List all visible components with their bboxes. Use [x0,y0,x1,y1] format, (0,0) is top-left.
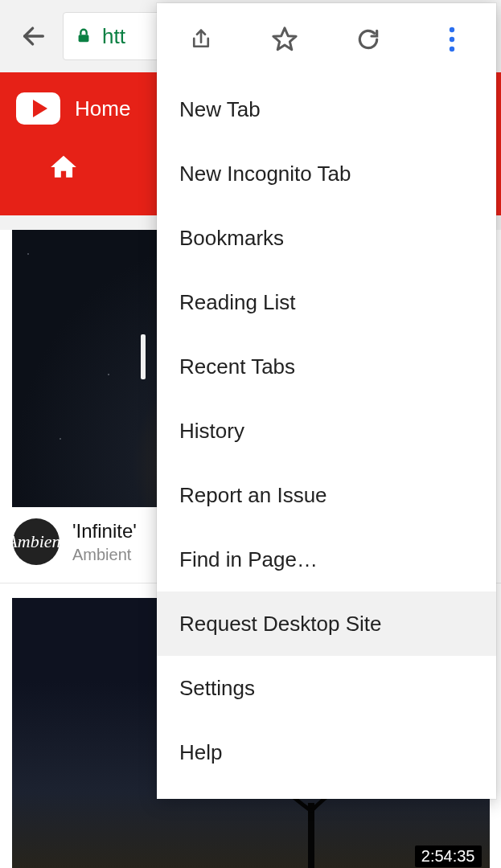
browser-overflow-menu: New TabNew Incognito TabBookmarksReading… [157,3,496,799]
url-text: htt [102,24,125,49]
home-icon [48,152,79,182]
page-title: Home [75,96,130,121]
bookmark-star-button[interactable] [265,19,305,59]
pause-icon [141,334,146,379]
channel-avatar[interactable]: Ambient [13,518,60,565]
play-triangle-icon [33,100,47,117]
svg-point-4 [450,27,454,32]
menu-item-history[interactable]: History [157,399,496,463]
menu-item-new-tab[interactable]: New Tab [157,77,496,141]
menu-item-new-incognito-tab[interactable]: New Incognito Tab [157,141,496,206]
channel-name[interactable]: Ambient [72,546,137,564]
svg-marker-3 [273,28,296,50]
menu-item-find-in-page[interactable]: Find in Page… [157,527,496,592]
star-icon [271,26,298,53]
back-button[interactable] [10,12,58,60]
share-icon [189,27,213,52]
svg-point-6 [450,47,454,51]
app-root: htt Home Ambient 'Infinite' Ambient [0,0,501,868]
video-title[interactable]: 'Infinite' [72,520,137,542]
svg-rect-1 [79,35,89,42]
video-meta-text: 'Infinite' Ambient [72,520,137,564]
menu-item-help[interactable]: Help [157,720,496,784]
menu-item-reading-list[interactable]: Reading List [157,270,496,334]
menu-item-list: New TabNew Incognito TabBookmarksReading… [157,76,496,799]
menu-item-bookmarks[interactable]: Bookmarks [157,206,496,270]
svg-point-5 [450,37,454,42]
home-tab[interactable] [48,152,79,186]
duration-badge: 2:54:35 [415,845,482,867]
menu-icon-row [157,3,496,76]
reload-icon [355,27,381,52]
youtube-logo[interactable] [16,92,60,125]
overflow-button[interactable] [432,19,472,59]
arrow-left-icon [20,23,47,50]
menu-item-report-an-issue[interactable]: Report an Issue [157,463,496,527]
more-vert-icon [448,27,456,52]
lock-icon [75,26,92,47]
reload-button[interactable] [348,19,388,59]
share-button[interactable] [181,19,221,59]
menu-item-settings[interactable]: Settings [157,656,496,720]
menu-item-recent-tabs[interactable]: Recent Tabs [157,334,496,399]
menu-item-request-desktop-site[interactable]: Request Desktop Site [157,592,496,656]
